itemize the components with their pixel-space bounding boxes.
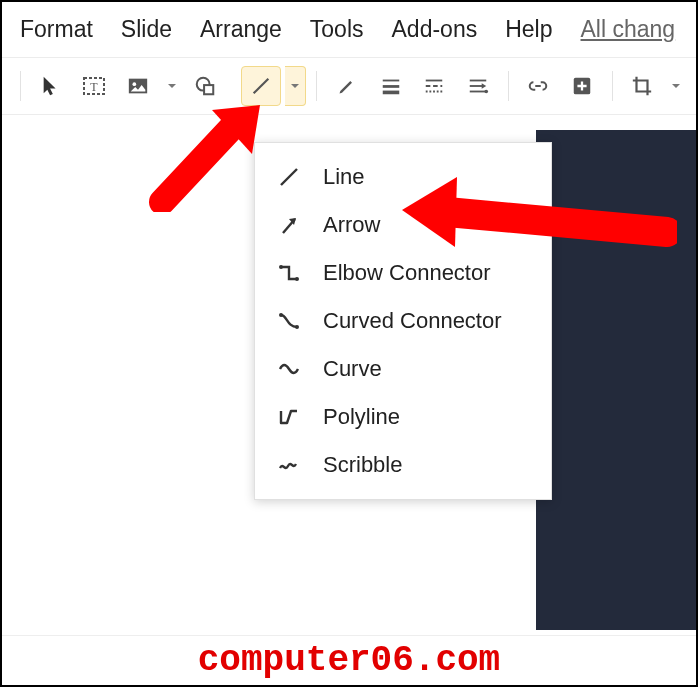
- line-dash-button[interactable]: [414, 66, 454, 106]
- line-menu-elbow[interactable]: Elbow Connector: [255, 249, 551, 297]
- polyline-icon: [275, 403, 303, 431]
- image-tool-button[interactable]: [118, 66, 158, 106]
- crop-dropdown-caret[interactable]: [666, 66, 686, 106]
- separator: [508, 71, 509, 101]
- svg-line-6: [253, 79, 268, 94]
- scribble-icon: [275, 451, 303, 479]
- line-dash-icon: [423, 75, 445, 97]
- svg-point-23: [295, 325, 299, 329]
- menu-help[interactable]: Help: [505, 16, 552, 43]
- crop-icon: [631, 75, 653, 97]
- line-tool-button[interactable]: [241, 66, 281, 106]
- insert-link-button[interactable]: [519, 66, 559, 106]
- line-menu-arrow[interactable]: Arrow: [255, 201, 551, 249]
- svg-line-18: [281, 169, 297, 185]
- svg-point-21: [295, 277, 299, 281]
- add-comment-button[interactable]: [562, 66, 602, 106]
- elbow-connector-icon: [275, 259, 303, 287]
- line-end-button[interactable]: [458, 66, 498, 106]
- line-tool-dropdown: Line Arrow Elbow Connector Curved Connec…: [254, 142, 552, 500]
- curve-icon: [275, 355, 303, 383]
- svg-point-20: [279, 265, 283, 269]
- chevron-down-icon: [167, 81, 177, 91]
- svg-rect-8: [382, 85, 399, 88]
- textbox-tool-button[interactable]: T: [75, 66, 115, 106]
- curved-connector-icon: [275, 307, 303, 335]
- menu-label: Line: [323, 164, 365, 190]
- menu-label: Scribble: [323, 452, 402, 478]
- separator: [316, 71, 317, 101]
- line-menu-polyline[interactable]: Polyline: [255, 393, 551, 441]
- chevron-down-icon: [290, 81, 300, 91]
- line-menu-scribble[interactable]: Scribble: [255, 441, 551, 489]
- pen-icon: [337, 76, 357, 96]
- menu-label: Arrow: [323, 212, 380, 238]
- textbox-icon: T: [82, 74, 106, 98]
- menubar: Format Slide Arrange Tools Add-ons Help …: [2, 2, 696, 57]
- svg-rect-7: [382, 80, 399, 82]
- shape-icon: [194, 75, 216, 97]
- link-icon: [527, 75, 549, 97]
- svg-rect-5: [204, 85, 213, 94]
- svg-point-22: [279, 313, 283, 317]
- select-tool-button[interactable]: [31, 66, 71, 106]
- slide-content-right: [536, 130, 696, 630]
- line-weight-button[interactable]: [371, 66, 411, 106]
- image-icon: [127, 75, 149, 97]
- line-weight-icon: [380, 75, 402, 97]
- shape-tool-button[interactable]: [185, 66, 225, 106]
- menu-slide[interactable]: Slide: [121, 16, 172, 43]
- arrow-icon: [275, 211, 303, 239]
- svg-point-16: [484, 90, 488, 94]
- menu-addons[interactable]: Add-ons: [392, 16, 478, 43]
- menu-label: Elbow Connector: [323, 260, 491, 286]
- pen-tool-button[interactable]: [327, 66, 367, 106]
- watermark: computer06.com: [2, 635, 696, 685]
- separator: [20, 71, 21, 101]
- line-menu-line[interactable]: Line: [255, 153, 551, 201]
- line-menu-curved[interactable]: Curved Connector: [255, 297, 551, 345]
- menu-label: Curved Connector: [323, 308, 502, 334]
- shape-dropdown-caret[interactable]: [229, 66, 237, 106]
- menu-arrange[interactable]: Arrange: [200, 16, 282, 43]
- line-end-icon: [467, 75, 489, 97]
- line-icon: [250, 75, 272, 97]
- image-dropdown-caret[interactable]: [162, 66, 182, 106]
- menu-label: Curve: [323, 356, 382, 382]
- comment-plus-icon: [571, 75, 593, 97]
- crop-tool-button[interactable]: [623, 66, 663, 106]
- svg-text:T: T: [91, 80, 99, 94]
- toolbar: T: [2, 57, 696, 115]
- menu-format[interactable]: Format: [20, 16, 93, 43]
- line-icon: [275, 163, 303, 191]
- line-menu-curve[interactable]: Curve: [255, 345, 551, 393]
- line-dropdown-caret[interactable]: [285, 66, 307, 106]
- svg-rect-9: [382, 91, 399, 95]
- separator: [612, 71, 613, 101]
- menu-label: Polyline: [323, 404, 400, 430]
- svg-point-3: [132, 82, 136, 86]
- cursor-icon: [40, 75, 62, 97]
- chevron-down-icon: [671, 81, 681, 91]
- all-changes-link[interactable]: All chang: [581, 16, 676, 43]
- menu-tools[interactable]: Tools: [310, 16, 364, 43]
